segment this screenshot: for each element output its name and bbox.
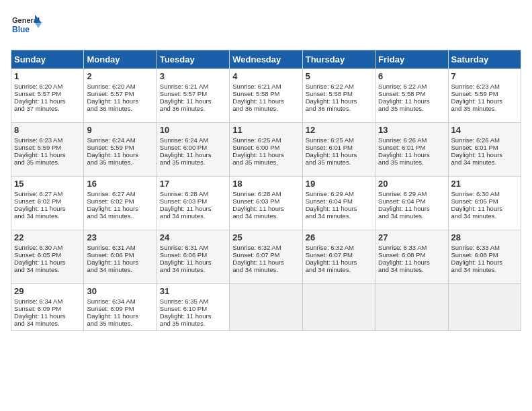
calendar-cell: 20Sunrise: 6:29 AMSunset: 6:04 PMDayligh… — [375, 177, 448, 230]
day-info: Sunset: 5:58 PM — [306, 90, 372, 97]
svg-marker-3 — [35, 23, 42, 28]
day-number: 24 — [160, 232, 226, 242]
day-info: and 37 minutes. — [14, 105, 81, 112]
day-info: and 35 minutes. — [160, 320, 226, 327]
calendar-cell: 13Sunrise: 6:26 AMSunset: 6:01 PMDayligh… — [375, 123, 448, 177]
calendar-cell: 23Sunrise: 6:31 AMSunset: 6:06 PMDayligh… — [84, 230, 157, 284]
calendar-cell: 12Sunrise: 6:25 AMSunset: 6:01 PMDayligh… — [302, 123, 375, 177]
calendar-cell: 18Sunrise: 6:28 AMSunset: 6:03 PMDayligh… — [230, 177, 302, 230]
day-info: Sunrise: 6:23 AM — [14, 136, 81, 144]
day-info: Sunrise: 6:22 AM — [306, 83, 372, 90]
calendar-cell: 14Sunrise: 6:26 AMSunset: 6:01 PMDayligh… — [448, 123, 521, 177]
calendar-cell: 17Sunrise: 6:28 AMSunset: 6:03 PMDayligh… — [157, 177, 229, 230]
day-info: Sunset: 5:57 PM — [14, 90, 81, 97]
day-info: and 35 minutes. — [87, 158, 153, 166]
day-info: Daylight: 11 hours — [160, 205, 226, 212]
day-info: Sunrise: 6:33 AM — [451, 244, 518, 251]
day-info: Sunrise: 6:35 AM — [160, 298, 226, 305]
day-info: Sunrise: 6:34 AM — [14, 298, 81, 305]
day-info: Sunset: 5:59 PM — [87, 144, 153, 151]
calendar-cell: 30Sunrise: 6:34 AMSunset: 6:09 PMDayligh… — [84, 284, 157, 331]
day-info: and 36 minutes. — [306, 105, 372, 112]
day-number: 7 — [451, 71, 518, 81]
header-cell-thursday: Thursday — [302, 50, 375, 69]
day-info: Daylight: 11 hours — [451, 259, 518, 266]
day-info: Sunrise: 6:26 AM — [451, 136, 518, 144]
day-info: Sunrise: 6:32 AM — [232, 244, 299, 251]
day-info: and 34 minutes. — [378, 212, 445, 220]
day-number: 21 — [451, 179, 518, 189]
day-info: and 34 minutes. — [451, 212, 518, 220]
day-info: Sunrise: 6:29 AM — [306, 190, 372, 197]
day-info: and 34 minutes. — [14, 266, 81, 273]
day-info: and 35 minutes. — [378, 158, 445, 166]
day-info: Sunset: 6:04 PM — [378, 197, 445, 205]
day-info: and 36 minutes. — [87, 105, 153, 112]
day-info: Sunrise: 6:22 AM — [378, 83, 445, 90]
day-info: and 34 minutes. — [160, 212, 226, 220]
calendar-cell — [230, 284, 302, 331]
day-info: Daylight: 11 hours — [160, 151, 226, 158]
day-info: Sunrise: 6:29 AM — [378, 190, 445, 197]
day-info: Sunrise: 6:31 AM — [87, 244, 153, 251]
calendar-cell: 9Sunrise: 6:24 AMSunset: 5:59 PMDaylight… — [84, 123, 157, 177]
day-info: Sunset: 6:08 PM — [378, 251, 445, 259]
day-info: Sunset: 6:00 PM — [232, 144, 299, 151]
day-number: 8 — [14, 125, 81, 135]
day-number: 16 — [87, 179, 153, 189]
day-number: 13 — [378, 125, 445, 135]
logo-svg: General Blue — [11, 11, 44, 44]
day-info: and 35 minutes. — [14, 158, 81, 166]
day-info: Sunset: 5:59 PM — [14, 144, 81, 151]
day-number: 4 — [232, 71, 299, 81]
day-info: Sunrise: 6:24 AM — [87, 136, 153, 144]
day-info: Sunrise: 6:21 AM — [232, 83, 299, 90]
header-cell-friday: Friday — [375, 50, 448, 69]
day-number: 26 — [306, 232, 372, 242]
logo: General Blue — [11, 11, 44, 44]
day-info: Sunset: 5:57 PM — [87, 90, 153, 97]
day-info: Sunrise: 6:31 AM — [160, 244, 226, 251]
day-info: Daylight: 11 hours — [232, 205, 299, 212]
day-info: Sunrise: 6:25 AM — [306, 136, 372, 144]
calendar-cell: 2Sunrise: 6:20 AMSunset: 5:57 PMDaylight… — [84, 69, 157, 123]
calendar-row-5: 29Sunrise: 6:34 AMSunset: 6:09 PMDayligh… — [11, 284, 521, 331]
day-info: Sunrise: 6:21 AM — [160, 83, 226, 90]
calendar-cell: 8Sunrise: 6:23 AMSunset: 5:59 PMDaylight… — [11, 123, 84, 177]
day-number: 18 — [232, 179, 299, 189]
day-number: 27 — [378, 232, 445, 242]
day-number: 29 — [14, 286, 81, 296]
day-info: Daylight: 11 hours — [451, 97, 518, 105]
calendar-cell: 3Sunrise: 6:21 AMSunset: 5:57 PMDaylight… — [157, 69, 229, 123]
day-number: 15 — [14, 179, 81, 189]
day-info: Sunrise: 6:20 AM — [87, 83, 153, 90]
calendar-cell: 6Sunrise: 6:22 AMSunset: 5:58 PMDaylight… — [375, 69, 448, 123]
day-info: Daylight: 11 hours — [306, 205, 372, 212]
day-info: Daylight: 11 hours — [378, 259, 445, 266]
day-info: and 35 minutes. — [87, 320, 153, 327]
day-number: 28 — [451, 232, 518, 242]
day-info: and 34 minutes. — [14, 320, 81, 327]
day-info: Sunrise: 6:30 AM — [14, 244, 81, 251]
day-info: Sunset: 6:09 PM — [87, 305, 153, 312]
calendar-row-2: 8Sunrise: 6:23 AMSunset: 5:59 PMDaylight… — [11, 123, 521, 177]
calendar-cell — [448, 284, 521, 331]
day-info: Sunrise: 6:26 AM — [378, 136, 445, 144]
header-cell-tuesday: Tuesday — [157, 50, 229, 69]
day-info: Sunrise: 6:28 AM — [232, 190, 299, 197]
day-info: Daylight: 11 hours — [14, 97, 81, 105]
day-info: Daylight: 11 hours — [14, 205, 81, 212]
calendar-cell: 25Sunrise: 6:32 AMSunset: 6:07 PMDayligh… — [230, 230, 302, 284]
day-info: Daylight: 11 hours — [14, 259, 81, 266]
svg-text:Blue: Blue — [12, 25, 30, 34]
day-number: 12 — [306, 125, 372, 135]
day-info: Daylight: 11 hours — [378, 97, 445, 105]
calendar-cell: 24Sunrise: 6:31 AMSunset: 6:06 PMDayligh… — [157, 230, 229, 284]
day-info: Sunrise: 6:28 AM — [160, 190, 226, 197]
day-info: Sunrise: 6:32 AM — [306, 244, 372, 251]
day-number: 14 — [451, 125, 518, 135]
day-info: Sunrise: 6:25 AM — [232, 136, 299, 144]
calendar-cell: 21Sunrise: 6:30 AMSunset: 6:05 PMDayligh… — [448, 177, 521, 230]
day-info: and 34 minutes. — [306, 212, 372, 220]
day-info: Daylight: 11 hours — [87, 312, 153, 320]
